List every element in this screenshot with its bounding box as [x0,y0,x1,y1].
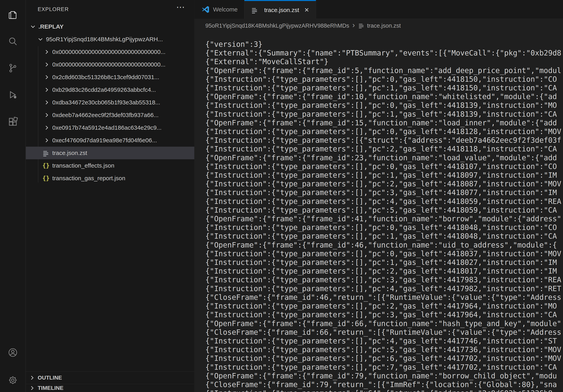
code-line[interactable]: {"Instruction":{"type_parameters":[],"pc… [205,171,563,180]
tab-trace.json.zst[interactable]: trace.json.zst ✕ [244,0,316,19]
close-icon[interactable]: ✕ [304,7,309,13]
code-line[interactable]: {"OpenFrame":{"frame":{"frame_id":46,"fu… [205,241,563,249]
json-braces-icon: {} [42,162,50,169]
code-line[interactable]: {"Instruction":{"type_parameters":[],"pc… [205,75,563,84]
tree-item-label: 0x0000000000000000000000000000000... [52,49,166,55]
tree-item[interactable]: 0xb29d83c26cdd2a64959263abbcfc4... [26,83,194,96]
activity-bar-bottom [8,348,18,392]
code-line[interactable]: {"Instruction":{"type_parameters":[],"pc… [205,145,563,153]
code-line[interactable]: {"OpenFrame":{"frame":{"frame_id":79,"fu… [205,372,563,380]
code-line[interactable]: {"External":{"Summary":{"name":"PTBSumma… [205,49,563,57]
code-line[interactable]: {"Instruction":{"type_parameters":[],"pc… [205,110,563,119]
code-line[interactable]: {"Instruction":{"type_parameters":[],"pc… [205,363,563,372]
code-line[interactable]: {"OpenFrame":{"frame":{"frame_id":66,"fu… [205,319,563,328]
code-line[interactable]: {"OpenFrame":{"frame":{"frame_id":5,"fun… [205,66,563,75]
code-line[interactable]: {"Instruction":{"type_parameters":[],"pc… [205,223,563,232]
file-lines-icon [42,149,50,157]
explorer-title: EXPLORER [26,6,69,13]
activity-bar [0,0,26,392]
chevron-right-icon [43,61,50,68]
tree-item[interactable]: 0xdba34672e30cb065b1f93e3ab55318... [26,96,194,109]
extensions-activity-button[interactable] [8,117,18,127]
tree-item-label: 0x0000000000000000000000000000000... [52,61,166,68]
more-actions-icon[interactable]: ⋯ [176,3,185,12]
tree-item[interactable]: 0xe0917b74a5912e4ad186ac634e29c9... [26,121,194,134]
account-button[interactable] [8,348,18,357]
tree-item-label: 0xdba34672e30cb065b1f93e3ab55318... [52,99,160,106]
code-line[interactable]: {"OpenFrame":{"frame":{"frame_id":23,"fu… [205,154,563,162]
tree-item-label: transaction_effects.json [52,162,115,169]
chevron-right-icon [43,48,50,55]
tree-item[interactable]: 95oR1YipjSnqd18K4BMshkLgPijypwzARH... [26,33,194,46]
code-line[interactable]: {"Instruction":{"type_parameters":[],"pc… [205,180,563,188]
code-line[interactable]: {"Instruction":{"type_parameters":[],"pc… [205,188,563,197]
settings-button[interactable] [8,375,18,385]
code-line[interactable]: {"Instruction":{"type_parameters":["u64"… [205,389,563,392]
files-icon [8,10,18,19]
code-line[interactable]: {"Instruction":{"type_parameters":[],"pc… [205,302,563,311]
search-icon [8,36,18,46]
tab-welcome[interactable]: Welcome [194,0,244,19]
tab-label: Welcome [213,6,238,13]
code-line[interactable]: {"Instruction":{"type_parameters":[],"pc… [205,197,563,206]
code-line[interactable]: {"Instruction":{"type_parameters":[],"pc… [205,337,563,345]
editor-content[interactable]: {"version":3}{"External":{"Summary":{"na… [194,33,563,392]
run-debug-activity-button[interactable] [8,90,18,100]
code-line[interactable]: {"Instruction":{"type_parameters":[],"pc… [205,354,563,363]
tree-item-label: 0xb29d83c26cdd2a64959263abbcfc4... [52,86,156,93]
timeline-section-header[interactable]: TIMELINE [26,384,194,392]
tree-item[interactable]: {} transaction_gas_report.json [26,172,194,184]
chevron-right-icon [43,99,50,106]
code-line[interactable]: {"Instruction":{"type_parameters":[],"pc… [205,127,563,136]
tree-item-label: .REPLAY [38,23,64,30]
code-line[interactable]: {"Instruction":{"type_parameters":[],"pc… [205,232,563,241]
breadcrumb-file[interactable]: trace.json.zst [367,23,401,29]
editor-group: Welcome trace.json.zst ✕ 95oR1YipjSnqd18… [194,0,563,392]
tab-bar: Welcome trace.json.zst ✕ [194,0,563,19]
code-line[interactable]: {"Instruction":{"type_parameters":[],"pc… [205,284,563,293]
tree-item[interactable]: 0x0000000000000000000000000000000... [26,46,194,58]
chevron-right-icon [43,74,50,81]
chevron-right-icon [43,137,50,144]
code-line[interactable]: {"version":3} [205,40,563,49]
tree-item[interactable]: 0x2c8d603bc51326b8c13cef9dd07031... [26,71,194,83]
code-line[interactable]: {"Instruction":{"type_parameters":[],"pc… [205,249,563,258]
code-line[interactable]: {"Instruction":{"type_parameters":[{"str… [205,136,563,145]
code-line[interactable]: {"Instruction":{"type_parameters":[],"pc… [205,84,563,92]
code-line[interactable]: {"CloseFrame":{"frame_id":79,"return_":[… [205,380,563,389]
code-line[interactable]: {"OpenFrame":{"frame":{"frame_id":15,"fu… [205,119,563,127]
code-line[interactable]: {"Instruction":{"type_parameters":[],"pc… [205,206,563,215]
file-tree: .REPLAY 95oR1YipjSnqd18K4BMshkLgPijypwzA… [26,20,194,184]
code-line[interactable]: {"Instruction":{"type_parameters":[],"pc… [205,258,563,267]
breadcrumb-folder[interactable]: 95oR1YipjSnqd18K4BMshkLgPijypwzARHV988eR… [205,23,349,29]
tree-item[interactable]: 0xdeeb7a4662eec9f2f3def03fb937a66... [26,109,194,121]
tree-item[interactable]: .REPLAY [26,20,194,33]
search-activity-button[interactable] [8,36,18,46]
explorer-header: EXPLORER ⋯ [26,0,194,19]
tree-item[interactable]: 0xecf47609d7da919ea98e7fd04f6e06... [26,134,194,147]
outline-section-header[interactable]: OUTLINE [26,371,194,384]
chevron-right-icon [43,112,50,119]
code-line[interactable]: {"Instruction":{"type_parameters":[],"pc… [205,311,563,319]
code-line[interactable]: {"Instruction":{"type_parameters":[],"pc… [205,267,563,275]
code-line[interactable]: {"CloseFrame":{"frame_id":46,"return_":[… [205,293,563,302]
code-line[interactable]: {"External":"MoveCallStart"} [205,57,563,66]
explorer-activity-button[interactable] [8,10,18,19]
code-line[interactable]: {"OpenFrame":{"frame":{"frame_id":10,"fu… [205,92,563,101]
code-line[interactable]: {"CloseFrame":{"frame_id":66,"return_":[… [205,328,563,337]
code-line[interactable]: {"Instruction":{"type_parameters":[],"pc… [205,275,563,284]
source-control-activity-button[interactable] [8,63,18,73]
tree-item-label: 0xecf47609d7da919ea98e7fd04f6e06... [52,137,157,144]
account-icon [8,348,18,357]
tree-item[interactable]: trace.json.zst [26,147,194,159]
tree-item[interactable]: 0x0000000000000000000000000000000... [26,58,194,71]
tree-item[interactable]: {} transaction_effects.json [26,159,194,172]
sidebar-sections: OUTLINE TIMELINE [26,371,194,392]
chevron-right-icon [43,86,50,93]
code-line[interactable]: {"Instruction":{"type_parameters":[],"pc… [205,162,563,171]
chevron-right-icon [29,374,36,381]
json-braces-icon: {} [42,175,50,182]
code-line[interactable]: {"Instruction":{"type_parameters":[],"pc… [205,101,563,110]
code-line[interactable]: {"Instruction":{"type_parameters":[],"pc… [205,345,563,354]
code-line[interactable]: {"OpenFrame":{"frame":{"frame_id":41,"fu… [205,215,563,223]
